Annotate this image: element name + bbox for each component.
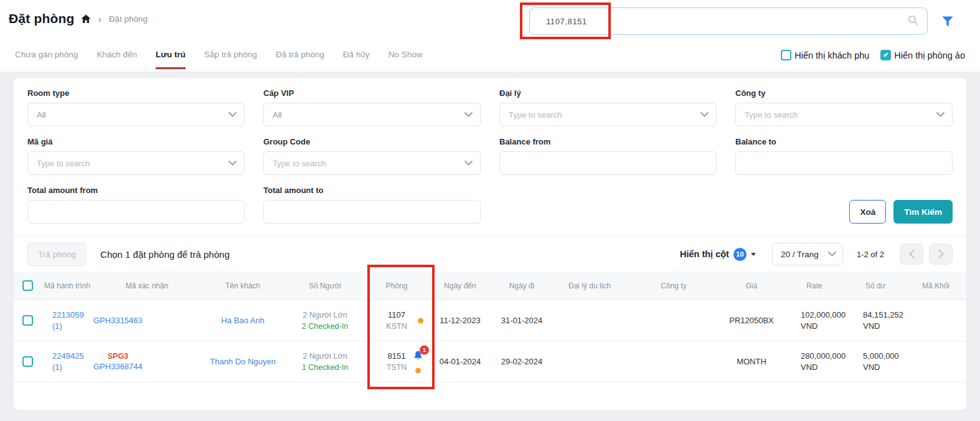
next-page-button[interactable] [929, 244, 953, 265]
selection-hint: Chọn 1 đặt phòng để trả phòng [100, 249, 230, 260]
page-size-select[interactable]: 20 / Trang [772, 243, 843, 265]
tab-sap-tra-phong[interactable]: Sắp trả phòng [204, 50, 257, 69]
col-company[interactable]: Công ty [628, 281, 720, 290]
breadcrumb: Đặt phòng › Đặt phòng [9, 11, 148, 26]
itinerary-count[interactable]: (1) [52, 321, 62, 331]
notification-bell-icon[interactable]: 1 [413, 350, 423, 361]
prev-page-button[interactable] [900, 244, 923, 265]
view-toggles: ✔ Hiển thị khách phụ ✔ Hiển thị phòng ảo [781, 50, 965, 60]
col-confirmation[interactable]: Mã xác nhận [93, 281, 200, 290]
search-button[interactable]: Tìm Kiếm [893, 200, 953, 224]
itinerary-link[interactable]: 2249425 [52, 351, 84, 361]
agent-select[interactable]: Type to search [499, 103, 717, 126]
group-tag: SPG3 [108, 351, 128, 361]
home-icon[interactable] [81, 14, 91, 24]
col-departure[interactable]: Ngày đi [492, 281, 552, 290]
col-itinerary[interactable]: Mã hành trình [41, 281, 93, 290]
breadcrumb-current[interactable]: Đặt phòng [109, 14, 148, 24]
col-block-code[interactable]: Mã Khối [905, 281, 966, 290]
chevron-down-icon [700, 112, 709, 117]
people-count: 2 Người Lớn [303, 311, 347, 319]
confirmation-link[interactable]: GPH3368744 [93, 361, 143, 372]
top-header: Đặt phòng › Đặt phòng Chưa gán phòng Khá… [0, 0, 980, 72]
vip-level-select[interactable]: All [263, 103, 481, 126]
filter-label: Total amount to [263, 186, 481, 195]
rate-cell: 102,000,000VND [783, 310, 846, 332]
itinerary-link[interactable]: 2213059 [52, 310, 84, 319]
chevron-down-icon [464, 112, 473, 117]
table-row: ✔ 2213059 (1) GPH3315463 Ha Bao Anh 2 Ng… [14, 300, 966, 341]
table-header-row: ✔ Mã hành trình Mã xác nhận Tên khách Số… [14, 272, 966, 300]
filter-label: Đại lý [499, 88, 717, 98]
toggle-show-extra-guests[interactable]: ✔ Hiển thị khách phụ [781, 50, 869, 60]
tab-luu-tru[interactable]: Lưu trú [156, 50, 186, 69]
status-tabs: Chưa gán phòng Khách đến Lưu trú Sắp trả… [15, 50, 422, 69]
col-travel-agent[interactable]: Đại lý du lịch [552, 281, 628, 290]
tab-khach-den[interactable]: Khách đến [97, 50, 137, 69]
tab-da-huy[interactable]: Đã hủy [343, 50, 370, 69]
itinerary-count[interactable]: (1) [52, 362, 62, 372]
search-input[interactable] [530, 17, 908, 26]
columns-count-badge: 10 [733, 248, 747, 261]
filter-company: Công ty Type to search [735, 88, 953, 126]
tab-da-tra-phong[interactable]: Đã trả phòng [276, 50, 324, 69]
guest-link[interactable]: Ha Bao Anh [221, 316, 264, 325]
filter-room-type: Room type All [27, 88, 245, 126]
filter-icon[interactable] [939, 12, 956, 30]
people-cell: 2 Người Lớn 1 Checked-In [285, 351, 365, 373]
balance-cell: 84,151,252VND [846, 310, 905, 332]
chevron-down-icon [828, 252, 836, 257]
filter-label: Room type [27, 88, 245, 98]
confirmation-cell: GPH3315463 [93, 315, 200, 326]
clear-button[interactable]: Xoá [849, 200, 886, 224]
col-rate[interactable]: Rate [783, 281, 846, 290]
checked-in-count: 1 Checked-In [302, 363, 348, 372]
room-number[interactable]: 8151 [388, 351, 406, 362]
booking-panel: Room type All Cấp VIP All Đại lý Type to… [14, 78, 966, 410]
balance-from-input[interactable] [499, 151, 717, 175]
price-code-cell: MONTH [720, 356, 783, 367]
checkbox-show-virtual-rooms[interactable]: ✔ [880, 50, 891, 60]
filter-vip-level: Cấp VIP All [263, 88, 481, 126]
breadcrumb-chevron-icon: › [98, 14, 101, 24]
guest-link[interactable]: Thanh Do Nguyen [210, 357, 276, 366]
select-all-checkbox[interactable]: ✔ [22, 280, 33, 291]
filter-group-code: Group Code Type to search [263, 137, 481, 175]
col-people[interactable]: Số Người [285, 281, 365, 290]
col-price[interactable]: Giá [720, 281, 783, 290]
col-balance[interactable]: Số dư [846, 281, 905, 290]
itinerary-cell: 2249425 (1) [41, 351, 93, 373]
checkout-button[interactable]: Trả phòng [27, 242, 87, 266]
rate-code-select[interactable]: Type to search [27, 151, 245, 175]
arrival-cell: 04-01-2024 [428, 356, 492, 367]
status-dot-icon[interactable] [418, 318, 423, 323]
room-cell: 8151 TSTN 1 [365, 341, 428, 382]
row-checkbox[interactable]: ✔ [22, 315, 33, 326]
col-room[interactable]: Phòng [365, 281, 428, 290]
checkbox-show-extra-guests[interactable]: ✔ [781, 50, 791, 60]
tab-chua-gan-phong[interactable]: Chưa gán phòng [15, 50, 78, 69]
chevron-down-icon [229, 161, 237, 166]
show-columns-control[interactable]: Hiển thị cột 10 [680, 248, 756, 261]
guest-cell: Thanh Do Nguyen [200, 356, 285, 367]
row-checkbox[interactable]: ✔ [22, 356, 33, 367]
status-dot-icon[interactable] [415, 367, 421, 373]
filter-label: Group Code [263, 137, 481, 146]
col-arrival[interactable]: Ngày đến [428, 281, 492, 290]
room-type-select[interactable]: All [27, 103, 245, 126]
caret-down-icon [751, 253, 756, 256]
confirmation-link[interactable]: GPH3315463 [93, 315, 143, 326]
room-number[interactable]: 1107 [388, 310, 405, 321]
tab-no-show[interactable]: No Show [389, 50, 423, 69]
company-select[interactable]: Type to search [735, 103, 953, 126]
table-toolbar: Trả phòng Chọn 1 đặt phòng để trả phòng … [14, 236, 966, 272]
filter-form: Room type All Cấp VIP All Đại lý Type to… [14, 78, 966, 236]
total-amount-to-input[interactable] [263, 200, 481, 224]
total-amount-from-input[interactable] [27, 200, 245, 224]
search-icon[interactable] [908, 15, 918, 28]
group-code-select[interactable]: Type to search [263, 151, 481, 175]
toggle-show-virtual-rooms[interactable]: ✔ Hiển thị phòng ảo [880, 50, 965, 60]
chevron-right-icon [938, 250, 944, 258]
col-guest-name[interactable]: Tên khách [200, 281, 285, 290]
balance-to-input[interactable] [735, 151, 953, 175]
